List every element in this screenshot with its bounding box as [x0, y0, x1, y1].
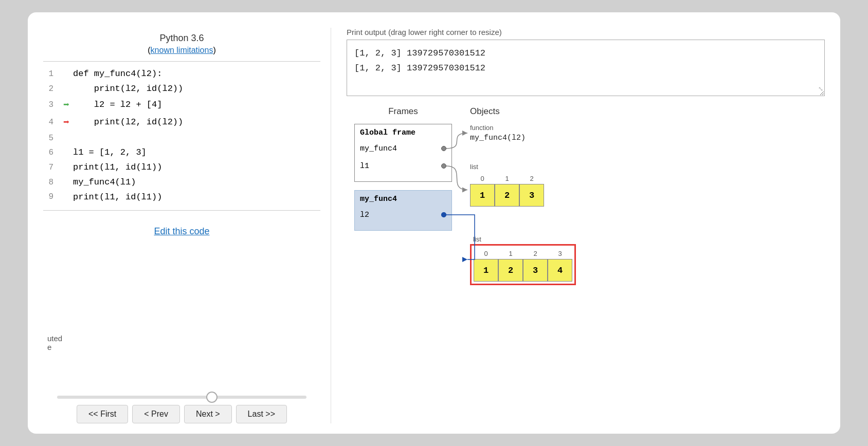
code-text: print(l1, id(l1)) [73, 190, 162, 205]
objects-header: Objects [470, 106, 665, 117]
code-line-3: 3➡ l2 = l2 + [4] [43, 97, 320, 114]
prev-button[interactable]: < Prev [132, 405, 180, 423]
code-line-7: 7print(l1, id(l1)) [43, 160, 320, 175]
global-frame-row-l1: l1 [360, 159, 446, 173]
line-number: 5 [43, 132, 60, 145]
func-frame-box: my_func4 l2 [354, 190, 452, 231]
red-arrow-icon: ➡ [63, 114, 69, 132]
code-line-6: 6l1 = [1, 2, 3] [43, 145, 320, 160]
list1-index-cell: 0 [470, 173, 495, 184]
first-button[interactable]: << First [77, 405, 128, 423]
func-dot-l2 [441, 212, 446, 217]
list2-value-cell: 3 [523, 259, 548, 282]
func-frame-title: my_func4 [360, 195, 446, 203]
slider-row [57, 396, 306, 399]
list1-value-cell: 3 [519, 184, 544, 207]
list1-index-cell: 2 [519, 173, 544, 184]
code-line-8: 8my_func4(l1) [43, 175, 320, 190]
list2-cells-row: 1234 [474, 259, 572, 282]
top-divider [43, 61, 320, 62]
python-version-title: Python 3.6 [159, 33, 204, 44]
code-text: my_func4(l1) [73, 175, 136, 190]
function-type-label: function [470, 124, 665, 132]
line-number: 6 [43, 146, 60, 160]
print-output-label: Print output (drag lower right corner to… [347, 28, 825, 36]
list1-cells-row: 123 [470, 184, 665, 207]
line-number: 2 [43, 82, 60, 96]
code-line-2: 2 print(l2, id(l2)) [43, 82, 320, 97]
code-text: l1 = [1, 2, 3] [73, 145, 147, 160]
list2-header-row: 0123 [474, 248, 572, 259]
line-number: 8 [43, 176, 60, 190]
list2-value-cell: 4 [548, 259, 572, 282]
func-var-l2: l2 [360, 211, 369, 219]
code-line-5: 5 [43, 132, 320, 145]
frames-header: Frames [388, 106, 418, 117]
print-output-box[interactable]: [1, 2, 3] 139729570301512[1, 2, 3] 13972… [347, 40, 825, 96]
func-frame-row-l2: l2 [360, 208, 446, 222]
line-arrow: ➡ [60, 114, 73, 132]
global-frame-row-myfunc4: my_func4 [360, 141, 446, 156]
next-button[interactable]: Next > [184, 405, 232, 423]
list2-value-cell: 1 [474, 259, 498, 282]
code-text: def my_func4(l2): [73, 67, 162, 82]
frames-column: Frames Global frame my_func4 l1 my_func [347, 106, 460, 423]
function-object: function my_func4(l2) [470, 124, 665, 142]
bottom-label-2: e [47, 343, 62, 351]
list2-index-cell: 0 [474, 248, 498, 259]
code-text: print(l2, id(l2)) [73, 115, 183, 130]
code-line-1: 1def my_func4(l2): [43, 67, 320, 82]
code-text: print(l2, id(l2)) [73, 82, 183, 97]
list2-highlighted-box: 0123 1234 [470, 244, 576, 285]
list1-object: list 012 123 [470, 163, 665, 207]
code-area: 1def my_func4(l2):2 print(l2, id(l2))3➡ … [43, 67, 320, 205]
list2-index-cell: 3 [548, 248, 572, 259]
list1-index-cell: 1 [495, 173, 519, 184]
main-container: Python 3.6 (known limitations) 1def my_f… [28, 12, 840, 434]
line-number: 4 [43, 116, 60, 129]
global-var-l1: l1 [360, 162, 369, 171]
bottom-labels: uted e [43, 334, 62, 351]
list1-value-cell: 2 [495, 184, 519, 207]
list2-container: list 0123 1234 [470, 235, 665, 285]
bottom-divider [43, 210, 320, 211]
global-var-myfunc4: my_func4 [360, 144, 397, 153]
last-button[interactable]: Last >> [236, 405, 287, 423]
list1-value-cell: 1 [470, 184, 495, 207]
code-line-9: 9print(l1, id(l1)) [43, 190, 320, 205]
list1-type-label: list [470, 163, 665, 171]
edit-this-code-link[interactable]: Edit this code [154, 226, 209, 236]
print-output-line: [1, 2, 3] 139729570301512 [354, 61, 817, 76]
function-name-label: my_func4(l2) [470, 134, 665, 142]
global-frame-title: Global frame [360, 128, 446, 137]
known-limitations-link[interactable]: known limitations [151, 46, 213, 54]
line-number: 3 [43, 98, 60, 112]
slider-area: << First < Prev Next > Last >> [43, 391, 320, 423]
edit-link-container: Edit this code [154, 226, 209, 237]
code-text: l2 = l2 + [4] [73, 98, 162, 113]
line-number: 9 [43, 190, 60, 204]
line-number: 7 [43, 161, 60, 175]
global-frame-box: Global frame my_func4 l1 [354, 124, 452, 182]
print-output-line: [1, 2, 3] 139729570301512 [354, 46, 817, 61]
slider-thumb[interactable] [206, 392, 218, 403]
list2-index-cell: 2 [523, 248, 548, 259]
global-dot-myfunc4 [441, 146, 446, 151]
list2-index-cell: 1 [498, 248, 523, 259]
code-line-4: 4➡ print(l2, id(l2)) [43, 114, 320, 132]
global-dot-l1 [441, 163, 446, 169]
line-number: 1 [43, 67, 60, 81]
bottom-label-1: uted [47, 334, 62, 343]
left-panel: Python 3.6 (known limitations) 1def my_f… [43, 28, 331, 423]
list1-header-row: 012 [470, 173, 665, 184]
right-panel: Print output (drag lower right corner to… [331, 28, 825, 423]
resize-handle[interactable]: ⤡ [818, 84, 823, 95]
objects-column: Objects function my_func4(l2) list 012 1… [460, 106, 665, 423]
slider-track[interactable] [57, 396, 306, 399]
green-arrow-icon: ➡ [63, 97, 69, 114]
code-text: print(l1, id(l1)) [73, 160, 162, 175]
line-arrow: ➡ [60, 97, 73, 114]
list2-value-cell: 2 [498, 259, 523, 282]
nav-buttons: << First < Prev Next > Last >> [77, 405, 287, 423]
list2-type-label: list [473, 235, 665, 243]
